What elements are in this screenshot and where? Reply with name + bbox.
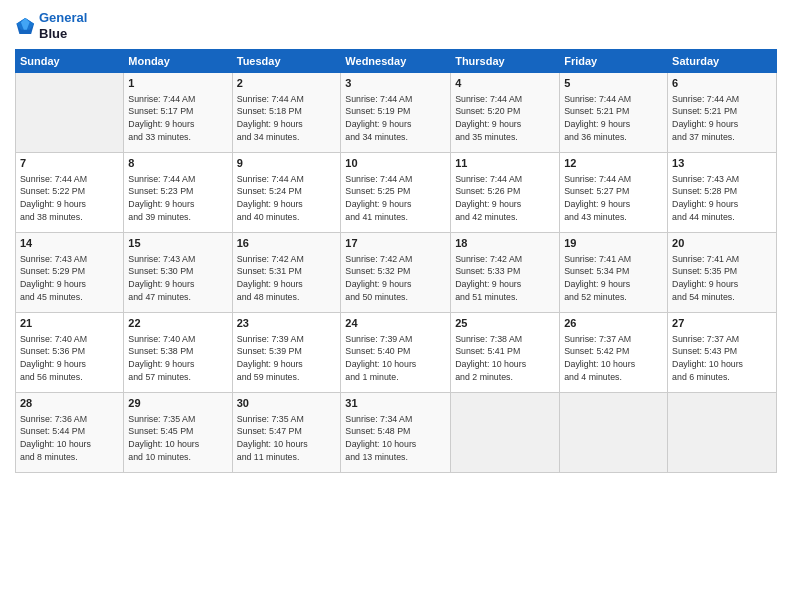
day-number: 5: [564, 76, 663, 91]
day-info: Sunrise: 7:44 AMSunset: 5:25 PMDaylight:…: [345, 173, 446, 224]
calendar-cell: 28Sunrise: 7:36 AMSunset: 5:44 PMDayligh…: [16, 393, 124, 473]
day-info: Sunrise: 7:43 AMSunset: 5:29 PMDaylight:…: [20, 253, 119, 304]
day-info: Sunrise: 7:43 AMSunset: 5:28 PMDaylight:…: [672, 173, 772, 224]
day-number: 29: [128, 396, 227, 411]
weekday-thursday: Thursday: [451, 50, 560, 73]
calendar-cell: 10Sunrise: 7:44 AMSunset: 5:25 PMDayligh…: [341, 153, 451, 233]
calendar-cell: 17Sunrise: 7:42 AMSunset: 5:32 PMDayligh…: [341, 233, 451, 313]
day-info: Sunrise: 7:42 AMSunset: 5:32 PMDaylight:…: [345, 253, 446, 304]
calendar-cell: 6Sunrise: 7:44 AMSunset: 5:21 PMDaylight…: [668, 73, 777, 153]
logo: GeneralBlue: [15, 10, 87, 41]
calendar-cell: 7Sunrise: 7:44 AMSunset: 5:22 PMDaylight…: [16, 153, 124, 233]
day-number: 15: [128, 236, 227, 251]
logo-text: GeneralBlue: [39, 10, 87, 41]
calendar-week-4: 21Sunrise: 7:40 AMSunset: 5:36 PMDayligh…: [16, 313, 777, 393]
day-number: 10: [345, 156, 446, 171]
day-number: 25: [455, 316, 555, 331]
calendar-cell: 14Sunrise: 7:43 AMSunset: 5:29 PMDayligh…: [16, 233, 124, 313]
day-number: 4: [455, 76, 555, 91]
day-info: Sunrise: 7:44 AMSunset: 5:23 PMDaylight:…: [128, 173, 227, 224]
logo-text-block: GeneralBlue: [39, 10, 87, 41]
day-info: Sunrise: 7:42 AMSunset: 5:33 PMDaylight:…: [455, 253, 555, 304]
day-info: Sunrise: 7:44 AMSunset: 5:22 PMDaylight:…: [20, 173, 119, 224]
day-number: 16: [237, 236, 337, 251]
calendar-cell: 2Sunrise: 7:44 AMSunset: 5:18 PMDaylight…: [232, 73, 341, 153]
calendar-cell: 22Sunrise: 7:40 AMSunset: 5:38 PMDayligh…: [124, 313, 232, 393]
day-info: Sunrise: 7:43 AMSunset: 5:30 PMDaylight:…: [128, 253, 227, 304]
calendar-cell: [451, 393, 560, 473]
calendar-cell: 19Sunrise: 7:41 AMSunset: 5:34 PMDayligh…: [560, 233, 668, 313]
day-number: 30: [237, 396, 337, 411]
day-info: Sunrise: 7:44 AMSunset: 5:27 PMDaylight:…: [564, 173, 663, 224]
calendar-cell: 3Sunrise: 7:44 AMSunset: 5:19 PMDaylight…: [341, 73, 451, 153]
calendar-cell: 15Sunrise: 7:43 AMSunset: 5:30 PMDayligh…: [124, 233, 232, 313]
calendar-cell: 16Sunrise: 7:42 AMSunset: 5:31 PMDayligh…: [232, 233, 341, 313]
day-number: 7: [20, 156, 119, 171]
day-number: 14: [20, 236, 119, 251]
day-number: 8: [128, 156, 227, 171]
day-info: Sunrise: 7:37 AMSunset: 5:43 PMDaylight:…: [672, 333, 772, 384]
day-info: Sunrise: 7:40 AMSunset: 5:38 PMDaylight:…: [128, 333, 227, 384]
day-number: 22: [128, 316, 227, 331]
weekday-wednesday: Wednesday: [341, 50, 451, 73]
weekday-friday: Friday: [560, 50, 668, 73]
day-number: 23: [237, 316, 337, 331]
calendar-cell: 20Sunrise: 7:41 AMSunset: 5:35 PMDayligh…: [668, 233, 777, 313]
day-number: 26: [564, 316, 663, 331]
day-number: 12: [564, 156, 663, 171]
day-info: Sunrise: 7:38 AMSunset: 5:41 PMDaylight:…: [455, 333, 555, 384]
calendar-cell: 29Sunrise: 7:35 AMSunset: 5:45 PMDayligh…: [124, 393, 232, 473]
day-number: 20: [672, 236, 772, 251]
calendar-cell: 25Sunrise: 7:38 AMSunset: 5:41 PMDayligh…: [451, 313, 560, 393]
calendar-week-2: 7Sunrise: 7:44 AMSunset: 5:22 PMDaylight…: [16, 153, 777, 233]
day-number: 11: [455, 156, 555, 171]
day-info: Sunrise: 7:44 AMSunset: 5:21 PMDaylight:…: [564, 93, 663, 144]
calendar-cell: 23Sunrise: 7:39 AMSunset: 5:39 PMDayligh…: [232, 313, 341, 393]
calendar-cell: 13Sunrise: 7:43 AMSunset: 5:28 PMDayligh…: [668, 153, 777, 233]
day-info: Sunrise: 7:44 AMSunset: 5:20 PMDaylight:…: [455, 93, 555, 144]
calendar-cell: 24Sunrise: 7:39 AMSunset: 5:40 PMDayligh…: [341, 313, 451, 393]
day-number: 9: [237, 156, 337, 171]
calendar-cell: 5Sunrise: 7:44 AMSunset: 5:21 PMDaylight…: [560, 73, 668, 153]
day-info: Sunrise: 7:34 AMSunset: 5:48 PMDaylight:…: [345, 413, 446, 464]
calendar-body: 1Sunrise: 7:44 AMSunset: 5:17 PMDaylight…: [16, 73, 777, 473]
day-number: 3: [345, 76, 446, 91]
calendar-week-1: 1Sunrise: 7:44 AMSunset: 5:17 PMDaylight…: [16, 73, 777, 153]
calendar-table: SundayMondayTuesdayWednesdayThursdayFrid…: [15, 49, 777, 473]
day-info: Sunrise: 7:37 AMSunset: 5:42 PMDaylight:…: [564, 333, 663, 384]
day-number: 19: [564, 236, 663, 251]
calendar-cell: 18Sunrise: 7:42 AMSunset: 5:33 PMDayligh…: [451, 233, 560, 313]
calendar-cell: 31Sunrise: 7:34 AMSunset: 5:48 PMDayligh…: [341, 393, 451, 473]
day-info: Sunrise: 7:44 AMSunset: 5:21 PMDaylight:…: [672, 93, 772, 144]
day-info: Sunrise: 7:40 AMSunset: 5:36 PMDaylight:…: [20, 333, 119, 384]
calendar-cell: [560, 393, 668, 473]
day-number: 27: [672, 316, 772, 331]
calendar-cell: 8Sunrise: 7:44 AMSunset: 5:23 PMDaylight…: [124, 153, 232, 233]
day-info: Sunrise: 7:42 AMSunset: 5:31 PMDaylight:…: [237, 253, 337, 304]
day-info: Sunrise: 7:39 AMSunset: 5:40 PMDaylight:…: [345, 333, 446, 384]
day-info: Sunrise: 7:35 AMSunset: 5:47 PMDaylight:…: [237, 413, 337, 464]
day-number: 24: [345, 316, 446, 331]
day-info: Sunrise: 7:36 AMSunset: 5:44 PMDaylight:…: [20, 413, 119, 464]
day-info: Sunrise: 7:41 AMSunset: 5:35 PMDaylight:…: [672, 253, 772, 304]
day-number: 6: [672, 76, 772, 91]
calendar-week-3: 14Sunrise: 7:43 AMSunset: 5:29 PMDayligh…: [16, 233, 777, 313]
day-number: 2: [237, 76, 337, 91]
day-number: 21: [20, 316, 119, 331]
calendar-cell: 1Sunrise: 7:44 AMSunset: 5:17 PMDaylight…: [124, 73, 232, 153]
day-number: 13: [672, 156, 772, 171]
weekday-monday: Monday: [124, 50, 232, 73]
day-info: Sunrise: 7:44 AMSunset: 5:19 PMDaylight:…: [345, 93, 446, 144]
calendar-cell: 11Sunrise: 7:44 AMSunset: 5:26 PMDayligh…: [451, 153, 560, 233]
weekday-saturday: Saturday: [668, 50, 777, 73]
calendar-cell: 21Sunrise: 7:40 AMSunset: 5:36 PMDayligh…: [16, 313, 124, 393]
calendar-cell: 4Sunrise: 7:44 AMSunset: 5:20 PMDaylight…: [451, 73, 560, 153]
weekday-header-row: SundayMondayTuesdayWednesdayThursdayFrid…: [16, 50, 777, 73]
day-info: Sunrise: 7:44 AMSunset: 5:17 PMDaylight:…: [128, 93, 227, 144]
day-info: Sunrise: 7:41 AMSunset: 5:34 PMDaylight:…: [564, 253, 663, 304]
calendar-cell: 26Sunrise: 7:37 AMSunset: 5:42 PMDayligh…: [560, 313, 668, 393]
calendar-cell: 30Sunrise: 7:35 AMSunset: 5:47 PMDayligh…: [232, 393, 341, 473]
calendar-cell: 27Sunrise: 7:37 AMSunset: 5:43 PMDayligh…: [668, 313, 777, 393]
day-info: Sunrise: 7:44 AMSunset: 5:26 PMDaylight:…: [455, 173, 555, 224]
weekday-tuesday: Tuesday: [232, 50, 341, 73]
